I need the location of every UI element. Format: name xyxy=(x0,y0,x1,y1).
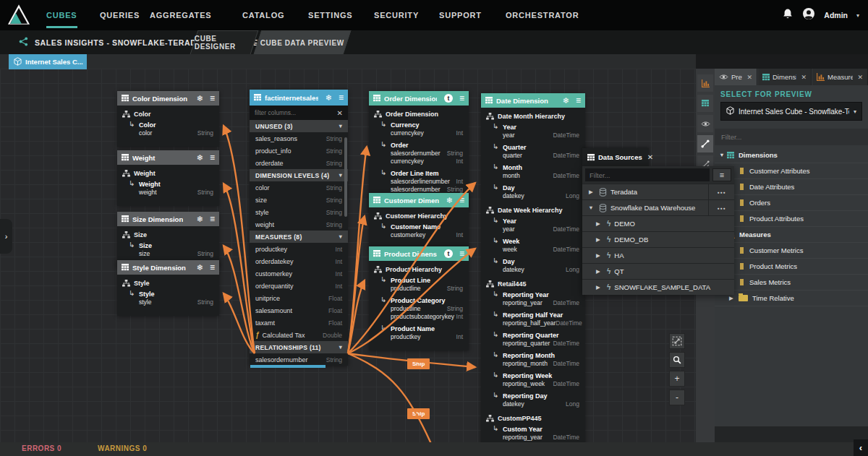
fact-column-row[interactable]: orderquantityInt xyxy=(250,280,348,292)
fact-column-row[interactable]: salesordernumberString xyxy=(250,353,348,366)
dimension-box-header[interactable]: Style Dimension❄≡ xyxy=(117,260,219,275)
level-row[interactable]: ↳Product CategoryproductlineStringproduc… xyxy=(391,297,463,321)
fact-table-header[interactable]: factinternetsales❄≡ xyxy=(250,90,348,106)
expand-caret-icon[interactable]: ▶ xyxy=(728,295,735,301)
data-source-schema-row-snowflake_sample_data[interactable]: ▶ϟSNOWFLAKE_SAMPLE_DATA xyxy=(582,279,734,295)
hierarchy-row[interactable]: Size xyxy=(117,229,219,240)
nav-item-orchestrator[interactable]: ORCHESTRATOR xyxy=(506,0,579,30)
project-tab-cube-designer[interactable]: CUBE DESIGNER xyxy=(190,30,259,54)
dimension-box-header[interactable]: Order Dimensiont≡ xyxy=(369,91,469,106)
level-row[interactable]: ↳YearyearDateTime xyxy=(503,218,579,233)
dimension-box-style-dimension[interactable]: Style Dimension❄≡Style↳StylestyleString xyxy=(117,260,219,316)
hierarchy-row[interactable]: Style xyxy=(117,278,219,288)
panel-tab-close-icon[interactable]: ✕ xyxy=(801,74,807,81)
data-source-schema-row-qt[interactable]: ▶ϟQT xyxy=(582,263,734,279)
user-menu-label[interactable]: Admin xyxy=(824,11,848,20)
tree-item-customer-attributes[interactable]: Customer Attributes xyxy=(715,163,868,179)
level-row[interactable]: ↳WeightweightString xyxy=(139,181,213,197)
collapse-caret-icon[interactable]: ▼ xyxy=(718,152,726,158)
tree-item-orders[interactable]: Orders xyxy=(715,195,868,211)
box-menu-icon[interactable]: ≡ xyxy=(339,93,344,102)
preview-filter-input[interactable] xyxy=(715,133,868,141)
project-tab-cube-data-preview[interactable]: CUBE DATA PREVIEW xyxy=(254,30,352,54)
data-sources-close-icon[interactable]: ✕ xyxy=(647,153,653,161)
fact-table-vertical-scrollbar[interactable] xyxy=(344,137,347,217)
nav-item-security[interactable]: SECURITY xyxy=(374,0,419,30)
level-row[interactable]: ↳SizesizeString xyxy=(139,242,213,258)
dimension-box-header[interactable]: Size Dimension❄≡ xyxy=(117,212,219,226)
dimension-box-color-dimension[interactable]: Color Dimension❄≡Color↳ColorcolorString xyxy=(117,91,219,147)
expand-caret-icon[interactable]: ▶ xyxy=(595,220,602,227)
box-menu-icon[interactable]: ≡ xyxy=(210,153,215,162)
tree-item-date-attributes[interactable]: Date Attributes xyxy=(715,179,868,195)
box-menu-icon[interactable]: ≡ xyxy=(576,96,581,105)
fact-filter-clear-icon[interactable]: ✕ xyxy=(337,109,343,117)
hierarchy-row[interactable]: Weight xyxy=(117,168,219,178)
app-logo-icon[interactable] xyxy=(7,4,30,28)
data-sources-menu-button[interactable]: ≡ xyxy=(712,168,731,181)
expand-caret-icon[interactable]: ▶ xyxy=(595,236,602,243)
fact-column-row[interactable]: sales_reasonsString xyxy=(250,132,348,145)
box-menu-icon[interactable]: ≡ xyxy=(210,263,215,272)
expand-caret-icon[interactable]: ▶ xyxy=(595,284,602,291)
cube-tab-internet-sales[interactable]: Internet Sales C... xyxy=(9,54,87,69)
data-source-menu-button[interactable]: ●●● xyxy=(708,184,734,199)
collapse-right-panel-button[interactable]: ‹ xyxy=(854,439,868,456)
cube-selector-dropdown[interactable]: Internet Sales Cube - Snowflake-Teradata… xyxy=(720,102,862,121)
hierarchy-row[interactable]: Order Dimension xyxy=(369,108,469,119)
level-row[interactable]: ↳DaydatekeyLong xyxy=(503,184,579,200)
expand-caret-icon[interactable]: ▶ xyxy=(595,252,602,259)
nav-item-aggregates[interactable]: AGGREGATES xyxy=(150,0,211,30)
data-source-schema-row-ha[interactable]: ▶ϟHA xyxy=(582,247,734,263)
fact-section-header[interactable]: MEASURES (8)▾ xyxy=(250,231,348,243)
expand-caret-icon[interactable]: ▶ xyxy=(595,268,602,275)
level-row[interactable]: ↳CurrencycurrencykeyInt xyxy=(391,121,463,137)
level-row[interactable]: ↳Reporting Yearreporting_yearDateTime xyxy=(503,291,579,307)
hierarchy-row[interactable]: Date Month Hierarchy xyxy=(481,111,585,121)
dimension-box-header[interactable]: Date Dimension❄≡ xyxy=(481,93,585,108)
zoom-out-button[interactable]: - xyxy=(669,390,685,405)
fact-column-row[interactable]: orderdatekeyInt xyxy=(250,255,348,267)
tree-item-customer-metrics[interactable]: Customer Metrics xyxy=(715,243,868,259)
zoom-in-button[interactable]: + xyxy=(669,371,685,387)
nav-item-catalog[interactable]: CATALOG xyxy=(242,0,284,30)
level-row[interactable]: ↳Customer NamecustomerkeyInt xyxy=(391,223,463,239)
tree-item-sales-metrics[interactable]: Sales Metrics xyxy=(715,275,868,291)
level-row[interactable]: ↳Reporting Half Yearreporting_half_yearD… xyxy=(503,311,579,327)
measures-panel-icon[interactable] xyxy=(697,74,713,92)
data-source-menu-button[interactable]: ●●● xyxy=(708,200,734,215)
level-row[interactable]: ↳WeekweekDateTime xyxy=(503,238,579,254)
level-row[interactable]: ↳MonthmonthDateTime xyxy=(503,164,579,180)
level-row[interactable]: ↳Product LineproductlineString xyxy=(391,277,463,293)
level-row[interactable]: ↳Reporting Weekreporting_weekDateTime xyxy=(503,372,579,388)
fact-section-header[interactable]: RELATIONSHIPS (11)▾ xyxy=(250,341,348,353)
fit-to-screen-button[interactable] xyxy=(669,333,685,349)
box-menu-icon[interactable]: ≡ xyxy=(210,94,215,103)
hierarchy-row[interactable]: Date Week Hierarchy xyxy=(481,205,585,215)
data-source-row-snowflake-data-warehouse[interactable]: ▼Snowflake Data Warehouse●●● xyxy=(582,199,734,215)
canvas-search-button[interactable] xyxy=(669,352,685,368)
fact-column-row[interactable]: taxamtFloat xyxy=(250,317,348,329)
fact-column-row[interactable]: colorString xyxy=(250,181,348,194)
nav-item-support[interactable]: SUPPORT xyxy=(439,0,482,30)
level-row[interactable]: ↳StylestyleString xyxy=(139,291,213,306)
fact-table-horizontal-scrollbar[interactable] xyxy=(250,365,326,368)
user-avatar[interactable] xyxy=(802,7,815,23)
data-source-schema-row-demo[interactable]: ▶ϟDEMO xyxy=(582,215,734,231)
box-menu-icon[interactable]: ≡ xyxy=(459,196,464,205)
nav-item-cubes[interactable]: CUBES xyxy=(46,0,77,30)
dimension-box-date-dimension[interactable]: Date Dimension❄≡Date Month Hierarchy↳Yea… xyxy=(481,93,585,442)
warnings-status[interactable]: WARNINGS 0 xyxy=(98,444,147,452)
tree-header-measures[interactable]: ▼Measures xyxy=(715,227,868,243)
dimensions-panel-icon[interactable] xyxy=(697,95,713,112)
data-source-row-teradata[interactable]: ▶Teradata●●● xyxy=(582,184,734,199)
dimension-box-header[interactable]: Weight❄≡ xyxy=(117,150,219,165)
relationship-label-ship[interactable]: Ship xyxy=(407,358,430,369)
level-row[interactable]: ↳Reporting Quarterreporting_quarterDateT… xyxy=(503,332,579,348)
relationship-label-ship[interactable]: Ship xyxy=(407,408,430,419)
level-row[interactable]: ↳OrdersalesordernumberStringcurrencykeyI… xyxy=(391,142,463,165)
panel-tab-preview[interactable]: Preview✕ xyxy=(715,69,757,85)
box-menu-icon[interactable]: ≡ xyxy=(210,215,215,223)
notifications-bell-icon[interactable] xyxy=(782,8,793,23)
data-sources-filter-input[interactable] xyxy=(585,168,710,181)
